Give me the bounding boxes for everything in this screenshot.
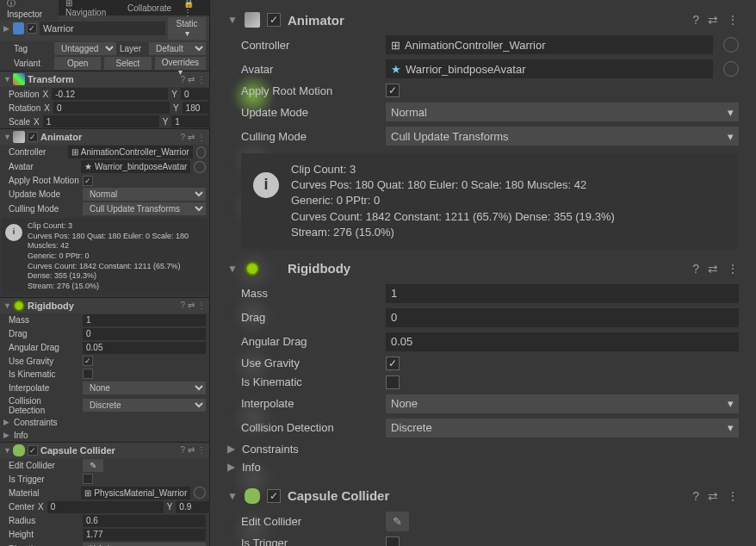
radius-sm[interactable] (83, 515, 206, 527)
animator-header-sm[interactable]: ▼ Animator ?⇄⋮ (0, 128, 209, 145)
rigidbody-icon (245, 261, 260, 276)
transform-icon (13, 73, 25, 85)
tag-label: Tag (3, 44, 51, 53)
animator-icon (245, 12, 260, 28)
animator-enabled[interactable] (267, 13, 281, 27)
scale-x[interactable] (43, 115, 159, 127)
select-button[interactable]: Select (104, 57, 151, 70)
prefab-icon (13, 22, 25, 34)
tab-inspector[interactable]: ⓘ Inspector (0, 0, 59, 21)
controller-type-icon: ⊞ (391, 39, 400, 52)
active-checkbox[interactable] (27, 23, 37, 34)
static-dropdown[interactable]: Static ▾ (168, 17, 206, 40)
detail-panel: ▼ Animator ?⇄⋮ Controller⊞AnimationContr… (210, 0, 756, 546)
lock-icon[interactable]: 🔒 ⋮ (178, 0, 209, 19)
preset-icon[interactable]: ⇄ (708, 262, 718, 276)
update-mode-sm[interactable]: Normal (83, 188, 206, 201)
use-gravity-checkbox[interactable] (386, 357, 400, 370)
menu-icon[interactable]: ⋮ (727, 13, 739, 27)
capsule-icon (13, 444, 25, 456)
mass-sm[interactable] (83, 314, 206, 326)
edit-collider-btn-sm[interactable]: ✎ (83, 459, 103, 472)
trigger-sm[interactable] (83, 474, 93, 484)
obj-picker-icon[interactable] (723, 37, 739, 53)
physmat-sm[interactable]: ⊞PhysicsMaterial_Warrior (81, 487, 190, 499)
menu-icon[interactable]: ⋮ (197, 75, 206, 84)
drag-input[interactable] (386, 308, 739, 327)
chevron-down-icon: ▾ (728, 397, 734, 410)
interpolate-dropdown[interactable]: None▾ (386, 394, 739, 413)
help-icon[interactable]: ? (692, 489, 699, 503)
drag-sm[interactable] (83, 328, 206, 340)
update-mode-dropdown[interactable]: Normal▾ (386, 102, 739, 121)
collision-detection-dropdown[interactable]: Discrete▾ (386, 419, 739, 437)
culling-mode-dropdown[interactable]: Cull Update Transforms▾ (386, 127, 739, 146)
avatar-field[interactable]: ★Warrior_bindposeAvatar (386, 59, 713, 78)
rigidbody-header-sm[interactable]: ▼ Rigidbody ?⇄⋮ (0, 297, 209, 313)
overrides-dropdown[interactable]: Overrides ▾ (155, 57, 206, 70)
foldout-icon[interactable]: ▶ (3, 24, 10, 33)
menu-icon[interactable]: ⋮ (727, 489, 739, 503)
tag-dropdown[interactable]: Untagged (54, 42, 116, 55)
preset-icon[interactable]: ⇄ (708, 489, 718, 503)
rigidbody-header[interactable]: ▼ Rigidbody ?⇄⋮ (227, 256, 739, 282)
help-icon[interactable]: ? (180, 75, 185, 84)
gravity-sm[interactable] (83, 356, 93, 366)
layer-label: Layer (120, 44, 146, 53)
obj-picker-icon[interactable] (194, 161, 206, 173)
rot-x[interactable] (53, 102, 170, 114)
avatar-type-icon: ★ (391, 63, 401, 76)
is-kinematic-checkbox[interactable] (386, 375, 400, 389)
animator-info-box: i Clip Count: 3Curves Pos: 180 Quat: 180… (241, 153, 739, 249)
direction-sm[interactable]: Y-Axis (83, 543, 206, 546)
gameobject-name-input[interactable] (40, 22, 165, 35)
layer-dropdown[interactable]: Default (149, 42, 206, 55)
help-icon[interactable]: ? (692, 13, 699, 27)
angular-drag-input[interactable] (386, 332, 739, 351)
edit-collider-button[interactable]: ✎ (386, 512, 409, 531)
colldet-sm[interactable]: Discrete (83, 399, 206, 412)
help-icon[interactable]: ? (692, 262, 699, 276)
center-x[interactable] (47, 501, 164, 513)
menu-icon[interactable]: ⋮ (727, 262, 739, 276)
open-button[interactable]: Open (54, 57, 101, 70)
obj-picker-icon[interactable] (723, 61, 739, 77)
capsule-header-sm[interactable]: ▼ Capsule Collider ?⇄⋮ (0, 442, 209, 458)
variant-label: Variant (3, 59, 51, 68)
root-motion-checkbox[interactable] (386, 84, 400, 97)
animator-header[interactable]: ▼ Animator ?⇄⋮ (227, 7, 739, 33)
adrag-sm[interactable] (83, 342, 206, 354)
culling-mode-sm[interactable]: Cull Update Transforms (83, 202, 206, 215)
obj-picker-icon[interactable] (194, 487, 206, 499)
is-trigger-checkbox[interactable] (386, 537, 400, 546)
inspector-panel: ⓘ Inspector ⊞ Navigation Collaborate 🔒 ⋮… (0, 0, 210, 546)
foldout-icon: ▼ (227, 263, 238, 275)
preset-icon[interactable]: ⇄ (708, 13, 718, 27)
avatar-field-sm[interactable]: ★Warrior_bindposeAvatar (81, 160, 190, 173)
capsule-header[interactable]: ▼ Capsule Collider ?⇄⋮ (227, 483, 739, 509)
obj-picker-icon[interactable] (196, 146, 206, 158)
tab-navigation[interactable]: ⊞ Navigation (59, 0, 121, 19)
kinematic-sm[interactable] (83, 369, 93, 379)
tab-bar: ⓘ Inspector ⊞ Navigation Collaborate 🔒 ⋮ (0, 0, 209, 16)
info-icon: i (253, 172, 279, 198)
root-motion-sm[interactable] (83, 176, 93, 186)
controller-field[interactable]: ⊞AnimationController_Warrior (386, 35, 713, 54)
mass-input[interactable] (386, 284, 739, 303)
capsule-icon (245, 488, 260, 504)
pos-x[interactable] (52, 88, 168, 100)
nav-icon: ⊞ (65, 0, 72, 8)
interp-sm[interactable]: None (83, 382, 206, 394)
tab-collaborate[interactable]: Collaborate (121, 2, 178, 15)
preset-icon[interactable]: ⇄ (188, 75, 195, 84)
capsule-enabled[interactable] (267, 489, 281, 503)
capsule-enabled-sm[interactable] (28, 445, 38, 456)
controller-field-sm[interactable]: ⊞AnimationController_Warrior (68, 146, 193, 158)
height-sm[interactable] (83, 529, 206, 541)
rigidbody-icon (13, 300, 25, 312)
chevron-down-icon: ▾ (728, 130, 734, 143)
animator-enabled[interactable] (28, 132, 38, 142)
info-icon: i (5, 224, 22, 241)
constraints-foldout[interactable]: ▶Constraints (227, 440, 739, 458)
info-foldout[interactable]: ▶Info (227, 458, 739, 476)
